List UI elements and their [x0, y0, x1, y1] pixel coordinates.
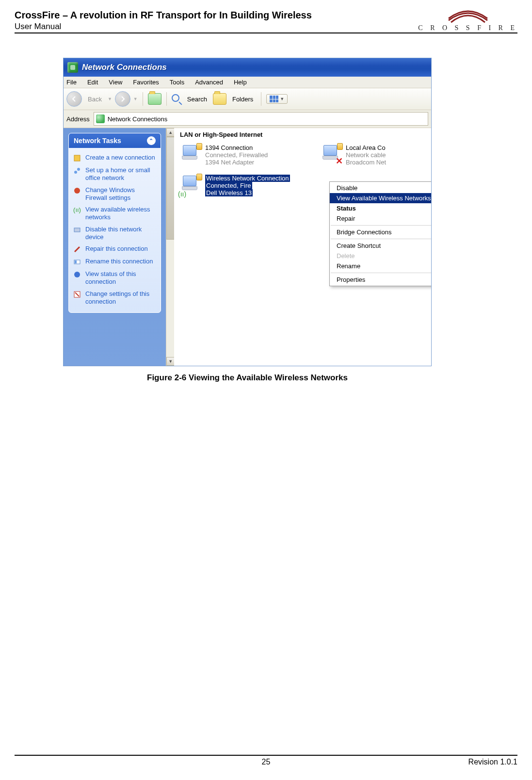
task-item-label: Disable this network device: [85, 226, 157, 242]
section-header: LAN or High-Speed Internet: [180, 131, 431, 138]
sidebar: Network Tasks ⌃ Create a new connectionS…: [64, 128, 166, 366]
network-connections-window: Network Connections File Edit View Favor…: [63, 58, 432, 366]
connection-device: 1394 Net Adapter: [205, 159, 268, 166]
context-menu-separator: [331, 273, 432, 273]
brand-logo: C R O S S F I R E: [418, 7, 517, 32]
context-menu-item[interactable]: Rename: [330, 261, 432, 271]
search-icon: [172, 94, 181, 104]
scroll-up-button[interactable]: ▲: [166, 128, 175, 137]
address-bar: Address Network Connections: [64, 110, 431, 128]
sidebar-scrollbar[interactable]: ▲ ▼: [166, 128, 174, 366]
connection-status: Network cable: [346, 151, 386, 159]
address-input[interactable]: Network Connections: [94, 112, 428, 126]
menu-advanced[interactable]: Advanced: [195, 79, 223, 86]
connection-name: Local Area Co: [346, 144, 386, 151]
context-menu-item[interactable]: Create Shortcut: [330, 241, 432, 251]
task-item-7[interactable]: View status of this connection: [72, 268, 158, 288]
svg-point-3: [77, 168, 80, 171]
connection-status: Connected, Firewalled: [205, 151, 268, 159]
menu-edit[interactable]: Edit: [87, 79, 98, 86]
connection-lan[interactable]: ✕ Local Area Co Network cable Broadcom N…: [320, 144, 431, 166]
back-label: Back: [85, 95, 105, 104]
menu-file[interactable]: File: [66, 79, 77, 86]
connection-wireless[interactable]: (ıı) Wireless Network Connection Connect…: [179, 175, 324, 196]
new-connection-icon: [73, 154, 81, 162]
rename-icon: [73, 258, 81, 266]
toolbar-separator: [143, 92, 143, 106]
forward-button[interactable]: [115, 91, 130, 107]
connection-icon: ✕: [320, 144, 342, 165]
context-menu-item[interactable]: Properties: [330, 275, 432, 285]
toolbar-separator: [261, 92, 261, 106]
context-menu-item[interactable]: View Available Wireless Networks: [330, 193, 432, 203]
task-item-0[interactable]: Create a new connection: [72, 152, 158, 164]
context-menu-item[interactable]: Bridge Connections: [330, 227, 432, 237]
connection-device: Broadcom Net: [346, 159, 386, 166]
scroll-thumb[interactable]: [166, 137, 175, 240]
address-value: Network Connections: [108, 115, 168, 123]
firewall-icon: [73, 186, 81, 195]
toolbar: Back ▼ ▼ Search Folders ▼: [64, 88, 431, 110]
connection-1394[interactable]: 1394 Connection Connected, Firewalled 13…: [179, 144, 290, 166]
brand-text: C R O S S F I R E: [418, 24, 517, 32]
task-item-label: View status of this connection: [85, 270, 157, 286]
menu-help[interactable]: Help: [234, 79, 247, 86]
wireless-signal-icon: (ıı): [73, 206, 81, 214]
toolbar-separator: [166, 92, 167, 106]
document-header: CrossFire – A revolution in RF Transport…: [15, 10, 517, 33]
views-icon: [270, 96, 278, 102]
connection-name: Wireless Network Connection: [205, 175, 290, 182]
task-item-label: Repair this connection: [85, 245, 148, 253]
task-item-label: Create a new connection: [85, 154, 155, 162]
task-item-2[interactable]: Change Windows Firewall settings: [72, 184, 158, 204]
context-menu-separator: [331, 225, 432, 226]
context-menu-separator: [331, 239, 432, 239]
task-item-label: View available wireless networks: [85, 206, 157, 222]
back-dropdown-icon[interactable]: ▼: [108, 97, 112, 101]
task-item-4[interactable]: Disable this network device: [72, 224, 158, 244]
search-button[interactable]: Search: [184, 95, 210, 104]
collapse-chevron-icon[interactable]: ⌃: [147, 136, 156, 145]
context-menu-item[interactable]: Repair: [330, 213, 432, 224]
folders-icon: [213, 93, 226, 105]
network-tasks-panel: Network Tasks ⌃ Create a new connectionS…: [68, 133, 161, 313]
connection-icon: (ıı): [179, 175, 201, 196]
back-button[interactable]: [66, 91, 82, 107]
task-item-1[interactable]: Set up a home or small office network: [72, 164, 158, 184]
task-item-5[interactable]: Repair this connection: [72, 243, 158, 256]
up-folder-icon[interactable]: [148, 93, 161, 105]
page-footer: 25 Revision 1.0.1: [15, 755, 517, 766]
crossfire-swoosh-icon: [446, 7, 490, 23]
connection-name: 1394 Connection: [205, 144, 268, 151]
task-item-8[interactable]: Change settings of this connection: [72, 288, 158, 308]
task-item-6[interactable]: Rename this connection: [72, 256, 158, 268]
svg-point-2: [74, 171, 77, 174]
connection-device: Dell Wireless 13: [205, 189, 290, 196]
connection-status: Connected, Fire: [205, 182, 290, 189]
context-menu-item[interactable]: Status: [330, 203, 432, 213]
context-menu-item[interactable]: Disable: [330, 183, 432, 193]
task-item-label: Change Windows Firewall settings: [85, 186, 157, 202]
svg-rect-0: [70, 65, 75, 70]
context-menu-item: Delete: [330, 251, 432, 261]
network-folder-icon: [67, 62, 78, 73]
small-network-icon: [73, 166, 81, 175]
svg-point-4: [74, 188, 80, 194]
task-item-3[interactable]: (ıı)View available wireless networks: [72, 204, 158, 224]
figure-caption: Figure 2-6 Viewing the Available Wireles…: [63, 373, 432, 383]
menu-favorites[interactable]: Favorites: [133, 79, 159, 86]
forward-dropdown-icon[interactable]: ▼: [133, 97, 138, 101]
scroll-down-button[interactable]: ▼: [166, 357, 175, 366]
window-titlebar[interactable]: Network Connections: [64, 58, 431, 77]
content-pane: LAN or High-Speed Internet 1394 Connecti…: [174, 128, 431, 366]
menu-view[interactable]: View: [109, 79, 122, 86]
address-label: Address: [66, 115, 90, 123]
svg-rect-7: [75, 260, 77, 263]
views-button[interactable]: ▼: [266, 94, 288, 104]
folders-button[interactable]: Folders: [229, 95, 256, 104]
menu-tools[interactable]: Tools: [170, 79, 184, 86]
repair-icon: [73, 245, 81, 254]
svg-point-8: [74, 272, 80, 277]
network-tasks-header[interactable]: Network Tasks ⌃: [69, 133, 161, 148]
task-item-label: Rename this connection: [85, 258, 153, 265]
